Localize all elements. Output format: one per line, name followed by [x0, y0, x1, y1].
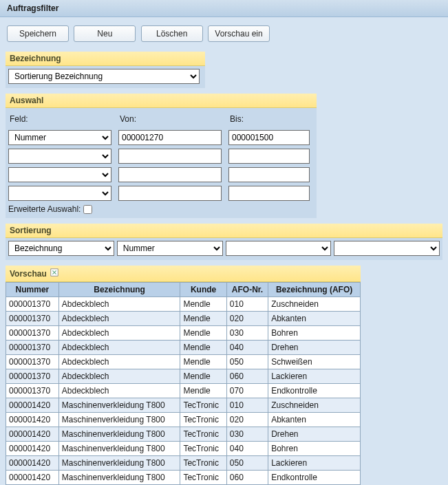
table-cell: TecTronic	[180, 456, 226, 471]
save-button[interactable]: Speichern	[7, 25, 69, 42]
table-cell: Maschinenverkleidung T800	[58, 456, 180, 471]
toolbar: Speichern Neu Löschen Vorschau ein	[0, 17, 448, 49]
table-cell: Zuschneiden	[268, 297, 361, 312]
von-input-4[interactable]	[118, 186, 222, 201]
table-row[interactable]: 000001420Maschinenverkleidung T800TecTro…	[6, 456, 361, 471]
table-row[interactable]: 000001370AbdeckblechMendle020Abkanten	[6, 312, 361, 326]
table-cell: Endkontrolle	[268, 471, 361, 485]
table-cell: Mendle	[180, 312, 226, 326]
table-cell: 020	[226, 413, 268, 427]
bis-input-3[interactable]	[228, 167, 310, 182]
table-cell: 010	[226, 297, 268, 312]
table-cell: 000001420	[6, 456, 59, 471]
col-afonr[interactable]: AFO-Nr.	[226, 283, 268, 297]
von-input-1[interactable]	[118, 130, 222, 145]
new-button[interactable]: Neu	[74, 25, 136, 42]
von-input-3[interactable]	[118, 167, 222, 182]
feld-select-3[interactable]	[8, 167, 111, 182]
table-cell: 000001370	[6, 341, 59, 355]
table-row[interactable]: 000001370AbdeckblechMendle050Schweißen	[6, 355, 361, 369]
col-kunde[interactable]: Kunde	[180, 283, 226, 297]
table-cell: 000001370	[6, 369, 59, 384]
feld-select-1[interactable]: Nummer	[8, 130, 111, 145]
von-input-2[interactable]	[118, 149, 222, 164]
page-title: Auftragsfilter	[0, 0, 448, 17]
table-cell: Endkontrolle	[268, 384, 361, 398]
table-cell: Abkanten	[268, 312, 361, 326]
table-cell: Drehen	[268, 341, 361, 355]
preview-toggle-button[interactable]: Vorschau ein	[208, 25, 270, 42]
table-cell: Maschinenverkleidung T800	[58, 413, 180, 427]
table-cell: Abdeckblech	[58, 355, 180, 369]
col-nummer[interactable]: Nummer	[6, 283, 59, 297]
table-row[interactable]: 000001370AbdeckblechMendle030Bohren	[6, 326, 361, 341]
table-cell: 000001420	[6, 413, 59, 427]
label-bis: Bis:	[228, 114, 311, 124]
table-cell: 050	[226, 355, 268, 369]
table-cell: 060	[226, 369, 268, 384]
table-cell: 030	[226, 427, 268, 442]
delete-button[interactable]: Löschen	[141, 25, 203, 42]
sort-select-4[interactable]	[334, 241, 440, 256]
table-cell: TecTronic	[180, 442, 226, 456]
bis-input-4[interactable]	[228, 186, 310, 201]
table-cell: Schweißen	[268, 355, 361, 369]
table-cell: Maschinenverkleidung T800	[58, 471, 180, 485]
bis-input-1[interactable]	[228, 130, 310, 145]
bezeichnung-select[interactable]: Sortierung Bezeichnung	[8, 69, 200, 84]
sort-select-2[interactable]: Nummer	[117, 241, 223, 256]
table-cell: 000001370	[6, 326, 59, 341]
refresh-icon[interactable]	[50, 268, 59, 279]
label-von: Von:	[118, 114, 224, 124]
col-bezeichnung[interactable]: Bezeichnung	[58, 283, 180, 297]
table-cell: TecTronic	[180, 398, 226, 413]
table-cell: Maschinenverkleidung T800	[58, 427, 180, 442]
table-cell: 040	[226, 442, 268, 456]
table-cell: Lackieren	[268, 456, 361, 471]
table-cell: Abdeckblech	[58, 384, 180, 398]
table-cell: Maschinenverkleidung T800	[58, 398, 180, 413]
table-cell: 000001420	[6, 442, 59, 456]
feld-select-2[interactable]	[8, 149, 111, 164]
table-row[interactable]: 000001370AbdeckblechMendle010Zuschneiden	[6, 297, 361, 312]
table-row[interactable]: 000001370AbdeckblechMendle060Lackieren	[6, 369, 361, 384]
section-bezeichnung: Bezeichnung Sortierung Bezeichnung	[6, 52, 205, 88]
table-row[interactable]: 000001420Maschinenverkleidung T800TecTro…	[6, 413, 361, 427]
table-cell: Maschinenverkleidung T800	[58, 442, 180, 456]
section-header-vorschau: Vorschau	[6, 266, 361, 282]
table-cell: 040	[226, 341, 268, 355]
table-cell: Mendle	[180, 326, 226, 341]
erweiterte-auswahl-label: Erweiterte Auswahl:	[8, 204, 81, 214]
table-cell: Mendle	[180, 369, 226, 384]
table-cell: Mendle	[180, 341, 226, 355]
table-row[interactable]: 000001420Maschinenverkleidung T800TecTro…	[6, 442, 361, 456]
erweiterte-auswahl-checkbox[interactable]	[83, 205, 92, 214]
feld-select-4[interactable]	[8, 186, 111, 201]
table-cell: 000001420	[6, 471, 59, 485]
sort-select-3[interactable]	[226, 241, 332, 256]
table-row[interactable]: 000001370AbdeckblechMendle070Endkontroll…	[6, 384, 361, 398]
table-cell: 000001370	[6, 312, 59, 326]
table-row[interactable]: 000001420Maschinenverkleidung T800TecTro…	[6, 427, 361, 442]
table-cell: Abdeckblech	[58, 326, 180, 341]
table-cell: TecTronic	[180, 427, 226, 442]
table-row[interactable]: 000001370AbdeckblechMendle040Drehen	[6, 341, 361, 355]
table-header-row: Nummer Bezeichnung Kunde AFO-Nr. Bezeich…	[6, 283, 361, 297]
table-cell: 000001370	[6, 297, 59, 312]
table-cell: Abdeckblech	[58, 369, 180, 384]
label-feld: Feld:	[8, 114, 114, 124]
table-cell: 070	[226, 384, 268, 398]
bis-input-2[interactable]	[228, 149, 310, 164]
table-cell: Mendle	[180, 297, 226, 312]
section-vorschau: Vorschau Nummer Bezeichnung Kunde AFO-Nr…	[6, 266, 361, 485]
table-row[interactable]: 000001420Maschinenverkleidung T800TecTro…	[6, 398, 361, 413]
table-cell: Abkanten	[268, 413, 361, 427]
table-row[interactable]: 000001420Maschinenverkleidung T800TecTro…	[6, 471, 361, 485]
col-bezeichnung-afo[interactable]: Bezeichnung (AFO)	[268, 283, 361, 297]
sort-select-1[interactable]: Bezeichnung	[8, 241, 114, 256]
table-cell: Abdeckblech	[58, 341, 180, 355]
section-sortierung: Sortierung Bezeichnung Nummer	[6, 224, 442, 260]
table-cell: 050	[226, 456, 268, 471]
table-cell: Mendle	[180, 355, 226, 369]
section-header-auswahl: Auswahl	[6, 94, 317, 108]
